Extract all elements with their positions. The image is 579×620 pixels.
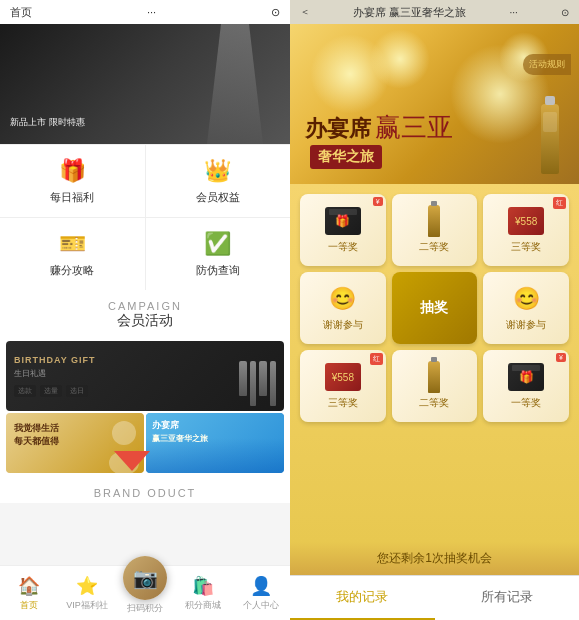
hero-bottle-label — [543, 112, 557, 132]
prize-bottle-icon-2 — [416, 362, 452, 392]
banners-bottom-row-container: 我觉得生活 每天都值得 办宴席 赢三亚奢华之旅 — [6, 413, 284, 473]
bottom-nav: 🏠 首页 ⭐ VIP福利社 📷 扫码积分 🛍️ 积分商城 👤 个人中心 — [0, 565, 290, 620]
vip-icon: ⭐ — [76, 575, 98, 597]
prize-tag-4: ¥ — [556, 353, 566, 362]
sanya-banner-bg: 办宴席 赢三亚奢华之旅 — [146, 413, 284, 473]
bottle-3 — [259, 361, 267, 396]
quick-menu-member-benefits[interactable]: 👑 会员权益 — [146, 145, 291, 217]
crown-icon: 👑 — [202, 157, 234, 185]
nav-shop-label: 积分商城 — [185, 599, 221, 612]
quick-menu-score-strategy[interactable]: 🎫 赚分攻略 — [0, 218, 145, 290]
campaign-banners: BIRTHDAY GIFT 生日礼遇 选款 选量 选日 — [0, 335, 290, 479]
nav-profile-label: 个人中心 — [243, 599, 279, 612]
hero-title-2: 赢三亚 — [375, 110, 453, 145]
sanya-banner[interactable]: 办宴席 赢三亚奢华之旅 — [146, 413, 284, 473]
bottle-4 — [270, 361, 276, 406]
prize-cell-second-1: 二等奖 — [392, 194, 478, 266]
right-back-btn[interactable]: ＜ — [300, 5, 310, 19]
prize-box-red-icon-2: ¥558 — [325, 362, 361, 392]
prize-box-2: 🎁 — [508, 363, 544, 391]
nav-shop[interactable]: 🛍️ 积分商城 — [174, 570, 232, 617]
nav-scan[interactable]: 📷 扫码积分 — [116, 566, 174, 620]
rules-label: 活动规则 — [529, 59, 565, 69]
shop-icon: 🛍️ — [192, 575, 214, 597]
prize-bottle-icon-1 — [416, 206, 452, 236]
prize-cell-third-2: ¥558 三等奖 红 — [300, 350, 386, 422]
scan-button[interactable]: 📷 — [123, 556, 167, 600]
banner-bottles — [239, 361, 276, 406]
prize-tag-3: 红 — [370, 353, 383, 365]
nav-home[interactable]: 🏠 首页 — [0, 570, 58, 617]
campaign-section: CAMPAIGN 会员活动 — [0, 290, 290, 335]
hero-title-row: 办宴席 赢三亚 — [305, 110, 453, 145]
right-status-icon: ⊙ — [561, 7, 569, 18]
nav-home-label: 首页 — [20, 599, 38, 612]
prize-red-box-2: ¥558 — [325, 363, 361, 391]
prize-label-third-2: 三等奖 — [328, 396, 358, 410]
left-statusbar: 首页 ··· ⊙ — [0, 0, 290, 24]
campaign-title-cn: 会员活动 — [0, 312, 290, 330]
hero-bottle-body — [541, 104, 559, 174]
arrow-down-indicator — [114, 451, 150, 471]
gift-icon: 🎁 — [56, 157, 88, 185]
birthday-label: BIRTHDAY GIFT — [14, 355, 96, 365]
hero-figure — [200, 24, 270, 144]
verify-icon: ✅ — [202, 230, 234, 258]
quick-menu-daily-welfare[interactable]: 🎁 每日福利 — [0, 145, 145, 217]
prize-grid: 🎁 一等奖 ¥ 二等奖 ¥558 三等奖 红 — [300, 194, 569, 422]
prize-tag-1: ¥ — [373, 197, 383, 206]
right-status-dots: ··· — [509, 7, 517, 18]
nav-vip-label: VIP福利社 — [66, 599, 108, 612]
prize-red-box-1: ¥558 — [508, 207, 544, 235]
score-icon: 🎫 — [56, 230, 88, 258]
quick-menu-label-2: 会员权益 — [196, 190, 240, 205]
prize-box-icon-2: 🎁 — [508, 362, 544, 392]
light-2 — [370, 29, 430, 89]
hero-bottle-cap — [545, 96, 555, 105]
tab-my-records-label: 我的记录 — [336, 589, 388, 604]
bottle-2 — [250, 361, 256, 406]
right-panel: ＜ 办宴席 赢三亚奢华之旅 ··· ⊙ 活动规则 办宴席 赢三亚 奢华之旅 — [290, 0, 579, 620]
bottom-tabs: 我的记录 所有记录 — [290, 575, 579, 620]
prize-cell-thanks-1: 😊 谢谢参与 — [300, 272, 386, 344]
hero-subtitle: 奢华之旅 — [310, 145, 382, 169]
prize-label-second-2: 二等奖 — [419, 396, 449, 410]
birthday-sublabel: 生日礼遇 — [14, 368, 96, 379]
nav-profile[interactable]: 👤 个人中心 — [232, 570, 290, 617]
left-status-dots: ··· — [147, 6, 156, 18]
tab-all-records[interactable]: 所有记录 — [435, 576, 580, 620]
quick-menu-anti-fake[interactable]: ✅ 防伪查询 — [146, 218, 291, 290]
prize-box-icon-1: 🎁 — [325, 206, 361, 236]
tab-my-records[interactable]: 我的记录 — [290, 576, 435, 620]
prize-label-first-2: 一等奖 — [511, 396, 541, 410]
prize-box-red-icon-1: ¥558 — [508, 206, 544, 236]
left-page-title: 首页 — [10, 5, 32, 20]
banner-row-top: BIRTHDAY GIFT 生日礼遇 选款 选量 选日 — [6, 341, 284, 411]
activity-rules-btn[interactable]: 活动规则 — [523, 54, 571, 75]
left-hero-banner: 新品上市 限时特惠 — [0, 24, 290, 144]
prize-label-thanks-1: 谢谢参与 — [323, 318, 363, 332]
prize-cell-lottery[interactable]: 抽奖 — [392, 272, 478, 344]
banner-options: 选款 选量 选日 — [14, 385, 96, 397]
prize-tag-2: 红 — [553, 197, 566, 209]
brand-section: BRAND ODUCT — [0, 479, 290, 503]
left-panel: 首页 ··· ⊙ 新品上市 限时特惠 🎁 每日福利 👑 会员权益 🎫 赚分攻略 … — [0, 0, 290, 620]
prize-label-second-1: 二等奖 — [419, 240, 449, 254]
birthday-banner[interactable]: BIRTHDAY GIFT 生日礼遇 选款 选量 选日 — [6, 341, 284, 411]
bottle-1 — [239, 361, 247, 396]
remaining-label: 您还剩余1次抽奖机会 — [377, 551, 492, 565]
hero-text: 新品上市 限时特惠 — [10, 116, 85, 129]
tab-all-records-label: 所有记录 — [481, 589, 533, 604]
profile-icon: 👤 — [250, 575, 272, 597]
hero-title-1: 办宴席 — [305, 116, 371, 142]
prize-label-third-1: 三等奖 — [511, 240, 541, 254]
thanks-face-icon-1: 😊 — [325, 284, 361, 314]
nav-vip[interactable]: ⭐ VIP福利社 — [58, 570, 116, 617]
quick-menu-label-4: 防伪查询 — [196, 263, 240, 278]
prize-cell-thanks-2: 😊 谢谢参与 — [483, 272, 569, 344]
nav-scan-label: 扫码积分 — [127, 602, 163, 615]
prize-grid-container: 🎁 一等奖 ¥ 二等奖 ¥558 三等奖 红 — [290, 184, 579, 542]
remaining-text: 您还剩余1次抽奖机会 — [290, 542, 579, 575]
quick-menu-label-1: 每日福利 — [50, 190, 94, 205]
quick-menu: 🎁 每日福利 👑 会员权益 🎫 赚分攻略 ✅ 防伪查询 — [0, 144, 290, 290]
